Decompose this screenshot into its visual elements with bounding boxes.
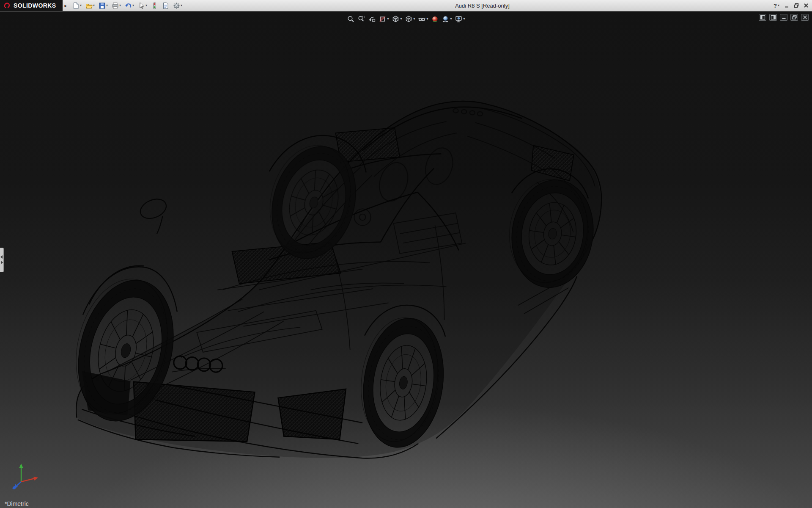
dropdown-caret[interactable]: ▾ (427, 17, 428, 21)
pane-toggle-left-button[interactable] (759, 14, 766, 21)
new-document-button[interactable]: ▾ (71, 1, 83, 10)
display-style-icon (405, 15, 412, 23)
view-settings-icon (455, 15, 463, 23)
document-window-controls (759, 14, 809, 21)
pane-toggle-left-icon (760, 15, 765, 19)
title-bar: SOLIDWORKS ▸ ▾ ▾ (0, 0, 812, 11)
dropdown-caret[interactable]: ▾ (778, 4, 779, 7)
splitter-arrow-left-icon (0, 255, 3, 259)
hide-show-items-button[interactable]: ▾ (417, 14, 429, 24)
minimize-document-button[interactable] (780, 14, 787, 21)
save-icon (99, 2, 106, 9)
options-button[interactable]: ▾ (172, 1, 184, 10)
edit-appearance-button[interactable] (431, 14, 440, 24)
graphics-area[interactable]: ▾ ▾ ▾ (0, 11, 812, 508)
help-icon: ? (774, 3, 777, 9)
wireframe-car (61, 101, 601, 458)
close-document-icon (803, 15, 807, 19)
solidworks-window: SOLIDWORKS ▸ ▾ ▾ (0, 0, 812, 508)
dropdown-caret[interactable]: ▾ (413, 17, 415, 21)
rebuild-traffic-light-icon (151, 2, 158, 9)
open-icon (85, 2, 93, 9)
minimize-icon (784, 3, 789, 8)
view-settings-button[interactable]: ▾ (454, 14, 466, 24)
pane-toggle-right-button[interactable] (769, 14, 777, 21)
minimize-document-icon (782, 15, 786, 19)
select-button[interactable]: ▾ (137, 1, 148, 10)
rebuild-button[interactable] (150, 1, 159, 10)
close-icon (804, 3, 809, 8)
select-cursor-icon (138, 2, 145, 9)
hide-show-items-glasses-icon (418, 15, 426, 23)
restore-icon (794, 3, 799, 8)
panel-splitter-handle[interactable] (0, 248, 4, 272)
window-title: Audi R8 S [Read-only] (455, 3, 510, 9)
dropdown-caret[interactable]: ▾ (181, 4, 182, 7)
options-gear-icon (173, 2, 180, 9)
new-document-icon (72, 2, 80, 9)
dropdown-caret[interactable]: ▾ (400, 17, 402, 21)
dropdown-caret[interactable]: ▾ (80, 4, 82, 7)
apply-scene-icon (442, 15, 450, 23)
dropdown-caret[interactable]: ▾ (119, 4, 121, 7)
open-button[interactable]: ▾ (84, 1, 96, 10)
dassault-3ds-logo-icon (3, 2, 11, 9)
heads-up-view-toolbar: ▾ ▾ ▾ (346, 14, 466, 24)
section-view-button[interactable]: ▾ (378, 14, 390, 24)
section-view-icon (379, 15, 386, 23)
zoom-to-fit-button[interactable] (346, 14, 355, 24)
dropdown-caret[interactable]: ▾ (464, 17, 465, 21)
minimize-button[interactable] (784, 3, 789, 8)
view-orientation-button[interactable]: ▾ (391, 14, 403, 24)
save-button[interactable]: ▾ (97, 1, 109, 10)
view-orientation-label: *Dimetric (5, 500, 29, 507)
splitter-arrow-right-icon (0, 261, 3, 264)
restore-document-button[interactable] (790, 14, 798, 21)
solidworks-logo: SOLIDWORKS (0, 0, 63, 11)
close-document-button[interactable] (801, 14, 809, 21)
dropdown-caret[interactable]: ▾ (106, 4, 108, 7)
zoom-to-fit-icon (347, 15, 354, 23)
zoom-to-area-button[interactable] (357, 14, 366, 24)
toolbar-overflow-arrow[interactable]: ▸ (63, 3, 69, 8)
dropdown-caret[interactable]: ▾ (387, 17, 389, 21)
file-properties-icon (162, 2, 169, 9)
restore-button[interactable] (794, 3, 799, 8)
help-button[interactable]: ? ▾ (774, 3, 779, 9)
dropdown-caret[interactable]: ▾ (93, 4, 95, 7)
edit-appearance-sphere-icon (431, 15, 439, 23)
orientation-triad (10, 460, 45, 494)
solidworks-logo-text: SOLIDWORKS (14, 2, 56, 9)
undo-icon (125, 2, 132, 9)
previous-view-button[interactable] (367, 14, 376, 24)
display-style-button[interactable]: ▾ (404, 14, 416, 24)
window-controls: ? ▾ (774, 0, 809, 11)
print-button[interactable]: ▾ (110, 1, 122, 10)
view-orientation-cube-icon (392, 15, 399, 23)
zoom-to-area-icon (357, 15, 365, 23)
dropdown-caret[interactable]: ▾ (132, 4, 134, 7)
apply-scene-button[interactable]: ▾ (441, 14, 453, 24)
file-properties-button[interactable] (161, 1, 170, 10)
close-button[interactable] (804, 3, 809, 8)
previous-view-icon (368, 15, 376, 23)
wireframe-car-model (0, 11, 812, 508)
dropdown-caret[interactable]: ▾ (145, 4, 147, 7)
dropdown-caret[interactable]: ▾ (450, 17, 452, 21)
undo-button[interactable]: ▾ (123, 1, 135, 10)
main-toolbar: ▾ ▾ ▾ (69, 1, 184, 10)
pane-toggle-right-icon (771, 15, 776, 19)
print-icon (112, 2, 119, 9)
restore-document-icon (792, 15, 797, 19)
